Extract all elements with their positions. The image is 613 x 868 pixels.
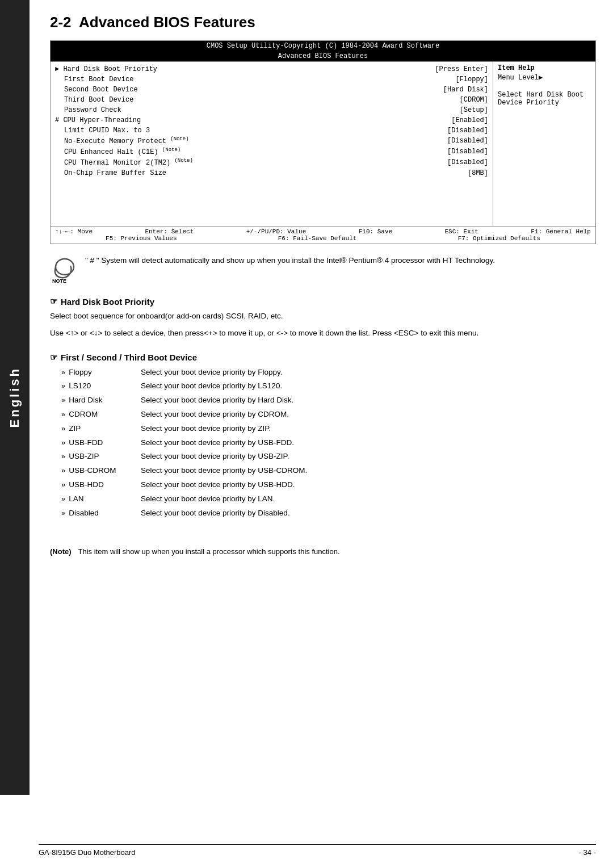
boot-list-item: »CDROMSelect your boot device priority b… <box>61 408 596 421</box>
boot-device-list: »FloppySelect your boot device priority … <box>61 366 596 519</box>
boot-list-item: »USB-CDROMSelect your boot device priori… <box>61 464 596 477</box>
bios-menu-level: Menu Level▶ <box>498 73 591 82</box>
section-title: 2-2 Advanced BIOS Features <box>50 14 596 31</box>
footer-left: GA-8I915G Duo Motherboard <box>39 848 136 857</box>
bios-row-5: # CPU Hyper-Threading [Enabled] <box>55 115 488 125</box>
note-text: " # " System will detect automatically a… <box>85 254 495 267</box>
bios-footer-row2: F5: Previous Values F6: Fail-Save Defaul… <box>55 235 591 242</box>
bios-row-9: CPU Thermal Monitor 2(TM2) (Note) [Disab… <box>55 157 488 168</box>
hard-disk-title: ☞ Hard Disk Boot Priority <box>50 296 596 307</box>
boot-list-item: »LANSelect your boot device priority by … <box>61 493 596 505</box>
bios-footer-row1: ↑↓→←: Move Enter: Select +/-/PU/PD: Valu… <box>55 228 591 235</box>
note-section: NOTE " # " System will detect automatica… <box>50 254 596 284</box>
hard-disk-para2: Use <↑> or <↓> to select a device, then … <box>50 327 596 339</box>
bios-help-text1: Select Hard Disk Boot <box>498 91 591 99</box>
boot-device-section: ☞ First / Second / Third Boot Device »Fl… <box>50 353 596 519</box>
bios-row-7: No-Execute Memory Protect (Note) [Disabl… <box>55 136 488 146</box>
subsection-arrow-icon: ☞ <box>50 296 57 307</box>
bios-body: ► Hard Disk Boot Priority [Press Enter] … <box>51 61 595 226</box>
bottom-note-text: This item will show up when you install … <box>78 547 340 556</box>
boot-list-item: »Hard DiskSelect your boot device priori… <box>61 394 596 406</box>
bios-row-1: First Boot Device [Floppy] <box>55 74 488 85</box>
bottom-note: (Note) This item will show up when you i… <box>50 547 596 556</box>
boot-device-title: ☞ First / Second / Third Boot Device <box>50 353 596 363</box>
bios-row-4: Password Check [Setup] <box>55 105 488 115</box>
boot-list-item: »USB-ZIPSelect your boot device priority… <box>61 450 596 463</box>
bios-title-bar-2: Advanced BIOS Features <box>51 51 595 61</box>
bios-help-text2: Device Priority <box>498 99 591 107</box>
hard-disk-para1: Select boot sequence for onboard(or add-… <box>50 310 596 322</box>
bios-box: CMOS Setup Utility-Copyright (C) 1984-20… <box>50 40 596 244</box>
page-footer: GA-8I915G Duo Motherboard - 34 - <box>39 844 596 857</box>
bios-row-6: Limit CPUID Max. to 3 [Disabled] <box>55 125 488 136</box>
boot-arrow-icon: ☞ <box>50 353 57 363</box>
boot-list-item: »USB-HDDSelect your boot device priority… <box>61 479 596 491</box>
bios-right-col: Item Help Menu Level▶ Select Hard Disk B… <box>493 62 595 226</box>
boot-list-item: »DisabledSelect your boot device priorit… <box>61 507 596 519</box>
bios-row-8: CPU Enhanced Halt (C1E) (Note) [Disabled… <box>55 146 488 157</box>
bios-footer: ↑↓→←: Move Enter: Select +/-/PU/PD: Valu… <box>51 226 595 244</box>
hard-disk-section: ☞ Hard Disk Boot Priority Select boot se… <box>50 296 596 340</box>
boot-list-item: »ZIPSelect your boot device priority by … <box>61 422 596 435</box>
bios-left-col: ► Hard Disk Boot Priority [Press Enter] … <box>51 62 493 226</box>
note-icon: NOTE <box>50 254 79 284</box>
boot-list-item: »FloppySelect your boot device priority … <box>61 366 596 379</box>
bios-help-title: Item Help <box>498 64 591 72</box>
svg-text:NOTE: NOTE <box>52 278 66 284</box>
bios-row-2: Second Boot Device [Hard Disk] <box>55 85 488 95</box>
boot-list-item: »LS120Select your boot device priority b… <box>61 380 596 392</box>
note-icon-container: NOTE <box>50 254 79 284</box>
boot-list-item: »USB-FDDSelect your boot device priority… <box>61 437 596 449</box>
side-tab: English <box>0 0 30 795</box>
bios-row-3: Third Boot Device [CDROM] <box>55 95 488 105</box>
bios-row-0: ► Hard Disk Boot Priority [Press Enter] <box>55 64 488 74</box>
footer-right: - 34 - <box>579 848 596 857</box>
bios-title-bar-1: CMOS Setup Utility-Copyright (C) 1984-20… <box>51 41 595 51</box>
bios-row-10: On-Chip Frame Buffer Size [8MB] <box>55 168 488 178</box>
side-tab-label: English <box>7 367 22 427</box>
bottom-note-label: (Note) <box>50 547 72 556</box>
